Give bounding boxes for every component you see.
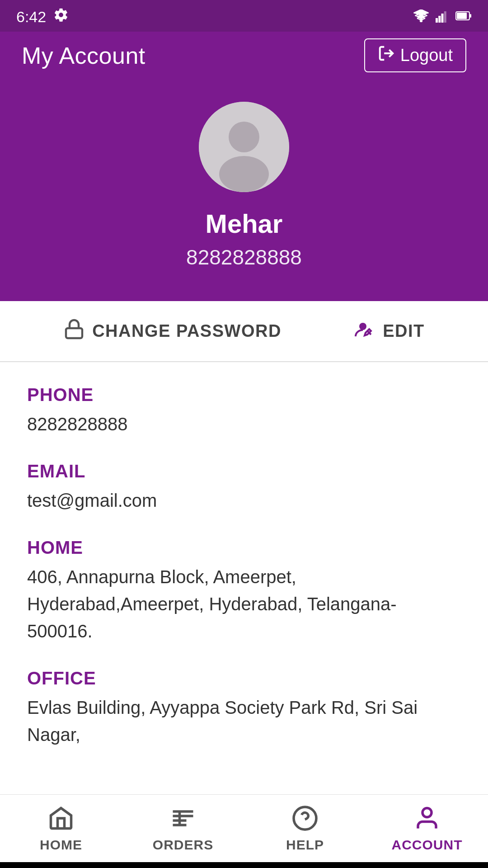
status-bar-left: 6:42 (16, 7, 69, 26)
nav-help-label: HELP (286, 837, 324, 853)
nav-account-label: ACCOUNT (392, 837, 463, 853)
office-block: OFFICE Evlas Building, Ayyappa Society P… (27, 668, 461, 748)
bottom-nav: HOME ORDERS HELP (0, 794, 488, 862)
details-section: PHONE 8282828888 EMAIL test@gmail.com HO… (0, 362, 488, 794)
nav-orders[interactable]: ORDERS (122, 797, 244, 860)
nav-help[interactable]: HELP (244, 797, 366, 860)
svg-point-16 (359, 323, 366, 330)
home-nav-icon (47, 805, 75, 834)
email-label: EMAIL (27, 461, 461, 481)
profile-section: Mehar 8282828888 (0, 79, 488, 301)
avatar (199, 102, 289, 192)
change-password-button[interactable]: CHANGE PASSWORD (63, 318, 282, 344)
header: My Account Logout (0, 32, 488, 79)
logout-icon (378, 45, 395, 66)
edit-label: EDIT (383, 321, 425, 341)
edit-button[interactable]: EDIT (354, 318, 425, 344)
signal-icon (436, 9, 449, 24)
edit-icon (354, 318, 375, 344)
lock-icon (63, 318, 85, 344)
svg-rect-6 (441, 14, 444, 23)
phone-label: PHONE (27, 385, 461, 405)
email-block: EMAIL test@gmail.com (27, 461, 461, 514)
gear-icon (53, 7, 69, 26)
svg-point-24 (422, 808, 432, 817)
page-title: My Account (22, 42, 145, 69)
android-nav-bar (0, 862, 488, 868)
svg-rect-5 (438, 16, 441, 23)
change-password-label: CHANGE PASSWORD (92, 321, 282, 341)
wifi-icon (413, 9, 429, 24)
profile-phone: 8282828888 (186, 245, 302, 269)
battery-icon (455, 11, 472, 23)
email-value: test@gmail.com (27, 487, 461, 514)
action-row: CHANGE PASSWORD EDIT (0, 301, 488, 362)
home-block: HOME 406, Annapurna Block, Ameerpet, Hyd… (27, 538, 461, 645)
svg-rect-4 (436, 18, 438, 23)
office-value: Evlas Building, Ayyappa Society Park Rd,… (27, 694, 461, 748)
office-label: OFFICE (27, 668, 461, 689)
svg-rect-7 (444, 11, 446, 23)
phone-block: PHONE 8282828888 (27, 385, 461, 438)
account-nav-icon (413, 805, 441, 834)
home-label: HOME (27, 538, 461, 558)
nav-orders-label: ORDERS (153, 837, 213, 853)
svg-rect-9 (457, 13, 467, 19)
status-time: 6:42 (16, 8, 46, 26)
svg-point-13 (229, 122, 259, 152)
status-bar: 6:42 (0, 0, 488, 32)
svg-rect-15 (66, 328, 82, 338)
orders-nav-icon (169, 805, 197, 834)
svg-point-14 (219, 156, 269, 192)
logout-button[interactable]: Logout (364, 38, 466, 72)
profile-name: Mehar (206, 208, 283, 239)
nav-home-label: HOME (40, 837, 82, 853)
svg-rect-10 (470, 14, 471, 18)
nav-account[interactable]: ACCOUNT (366, 797, 488, 860)
nav-home[interactable]: HOME (0, 797, 122, 860)
home-value: 406, Annapurna Block, Ameerpet, Hyderaba… (27, 563, 461, 645)
logout-label: Logout (400, 46, 453, 65)
phone-value: 8282828888 (27, 410, 461, 438)
status-bar-right (413, 9, 472, 24)
help-nav-icon (291, 805, 319, 834)
